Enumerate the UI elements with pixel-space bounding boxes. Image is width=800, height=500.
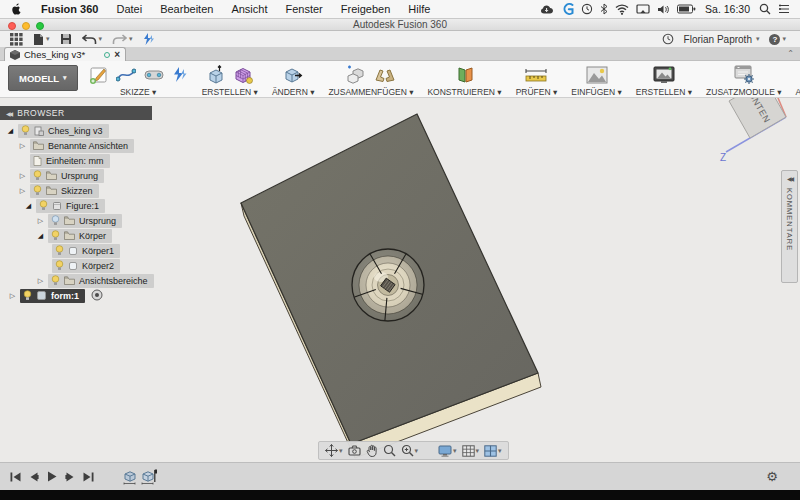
ribbon-group-label[interactable]: AUSWÄHLEN ▾ [795,87,800,97]
notification-center-icon[interactable] [778,4,790,14]
sketch-form-icon[interactable] [172,66,188,84]
orbit-button[interactable]: ▾ [325,444,343,457]
recent-activity-clock-icon[interactable] [662,33,674,45]
pan-hand-button[interactable] [366,444,378,457]
ribbon-group-label[interactable]: KONSTRUIEREN ▾ [427,87,501,97]
grid-layout-button[interactable]: ▾ [462,445,480,457]
3d-viewport[interactable]: X UNTEN Z ◀◀ BROWSER ◢ Ches_king v3 ▷ [0,98,800,462]
capture-image-icon[interactable] [653,66,675,84]
menu-freigeben[interactable]: Freigeben [332,0,400,19]
tab-close-icon[interactable]: × [114,50,120,60]
logitech-g-icon[interactable] [562,3,574,15]
expand-arrow-icon[interactable]: ◢ [6,127,15,135]
apple-menu-icon[interactable] [0,3,32,15]
tree-row-document[interactable]: ◢ Ches_king v3 [0,123,152,138]
bulb-icon[interactable] [51,275,60,286]
menu-hilfe[interactable]: Hilfe [399,0,439,19]
expand-arrow-icon[interactable]: ▷ [36,217,45,225]
collapse-toolbar-chevron-icon[interactable]: ⌃ [787,49,794,58]
recess-circular-feature[interactable] [352,249,424,321]
bulb-icon[interactable] [39,200,48,211]
comments-panel-tab[interactable]: ◀◀ KOMMENTARE [781,170,798,283]
undo-button[interactable]: ▾ [82,34,103,45]
timeline-play-button[interactable] [47,471,57,482]
create-sketch-icon[interactable] [89,65,109,85]
look-at-button[interactable] [348,445,361,456]
slot-icon[interactable] [143,68,165,82]
menu-ansicht[interactable]: Ansicht [222,0,276,19]
data-panel-grid-icon[interactable] [10,33,23,46]
expand-arrow-icon[interactable]: ▷ [18,172,27,180]
tree-row-figure-origin[interactable]: ▷ Ursprung [0,213,152,228]
timeline-feature-body2[interactable] [140,469,157,485]
bulb-icon[interactable] [33,185,42,196]
volume-icon[interactable] [657,4,670,15]
tree-row-sketches[interactable]: ▷ Skizzen [0,183,152,198]
wifi-icon[interactable] [615,4,629,15]
timeline-skip-end-button[interactable] [83,472,94,482]
tree-row-bodies-folder[interactable]: ◢ Körper [0,228,152,243]
save-button[interactable] [60,33,72,45]
bulb-icon[interactable] [23,290,32,301]
ribbon-group-label[interactable]: EINFÜGEN ▾ [571,87,622,97]
tree-row-figure[interactable]: ◢ Figure:1 [0,198,152,213]
timeline-step-back-button[interactable] [29,472,39,482]
ribbon-group-label[interactable]: PRÜFEN ▾ [516,87,558,97]
spline-icon[interactable] [116,67,136,83]
visibility-radio-icon[interactable] [91,289,103,303]
job-status-icon[interactable] [143,33,155,46]
timeline-skip-start-button[interactable] [10,472,21,482]
joint-icon[interactable] [374,66,396,84]
time-machine-icon[interactable] [581,3,593,15]
ribbon-group-label[interactable]: ERSTELLEN ▾ [202,87,258,97]
workspace-selector-button[interactable]: MODELL ▾ [8,65,78,91]
expand-arrow-icon[interactable]: ▷ [8,292,17,300]
timeline-settings-gear-icon[interactable]: ⚙ [766,469,800,484]
expand-arrow-icon[interactable]: ▷ [18,187,27,195]
document-tab[interactable]: Ches_king v3* × [4,47,126,61]
bulb-icon[interactable] [33,170,42,181]
new-component-icon[interactable] [345,65,367,85]
file-menu-button[interactable]: ▾ [33,33,50,46]
bulb-icon[interactable] [51,230,60,241]
backup-cloud-icon[interactable] [540,4,555,15]
ribbon-group-label[interactable]: ÄNDERN ▾ [272,87,315,97]
bulb-icon[interactable] [55,260,64,271]
bulb-icon[interactable] [21,125,30,136]
ribbon-group-label[interactable]: ERSTELLEN ▾ [636,87,692,97]
bluetooth-icon[interactable] [600,3,608,15]
zoom-window-button[interactable]: ▾ [401,444,419,457]
viewports-button[interactable]: ▾ [484,445,502,457]
tree-row-form-selected[interactable]: ▷ form:1 [0,288,152,303]
timeline-step-forward-button[interactable] [65,472,75,482]
expand-arrow-icon[interactable]: ◢ [24,202,33,210]
display-mirroring-icon[interactable] [636,4,650,14]
press-pull-icon[interactable] [283,65,303,85]
ribbon-group-label[interactable]: ZUSATZMODULE ▾ [706,87,781,97]
zoom-button[interactable] [383,444,396,457]
expand-arrow-icon[interactable]: ▷ [36,277,45,285]
menu-bearbeiten[interactable]: Bearbeiten [151,0,222,19]
display-settings-button[interactable]: ▾ [438,445,457,457]
tree-row-view-areas[interactable]: ▷ Ansichtsbereiche [0,273,152,288]
battery-icon[interactable] [677,4,696,14]
collapse-browser-icon[interactable]: ◀◀ [6,110,11,117]
expand-arrow-icon[interactable]: ▷ [18,142,27,150]
insert-image-icon[interactable] [586,66,608,84]
ribbon-group-label[interactable]: SKIZZE ▾ [120,87,156,97]
expand-comments-icon[interactable]: ◀◀ [787,175,792,182]
tree-row-named-views[interactable]: ▷ Benannte Ansichten [0,138,152,153]
menu-datei[interactable]: Datei [107,0,151,19]
redo-button[interactable]: ▾ [112,34,133,45]
addins-icon[interactable] [733,65,755,84]
browser-panel-header[interactable]: ◀◀ BROWSER [0,106,152,120]
timeline-feature-body1[interactable] [122,469,137,485]
menu-fenster[interactable]: Fenster [276,0,331,19]
extrude-icon[interactable] [206,65,226,85]
menubar-clock[interactable]: Sa. 16:30 [703,3,752,15]
tree-row-units[interactable]: Einheiten: mm [0,153,152,168]
construction-plane-icon[interactable] [455,65,475,85]
ribbon-group-label[interactable]: ZUSAMMENFÜGEN ▾ [328,87,413,97]
spotlight-search-icon[interactable] [759,3,771,15]
tree-row-body1[interactable]: Körper1 [0,243,152,258]
